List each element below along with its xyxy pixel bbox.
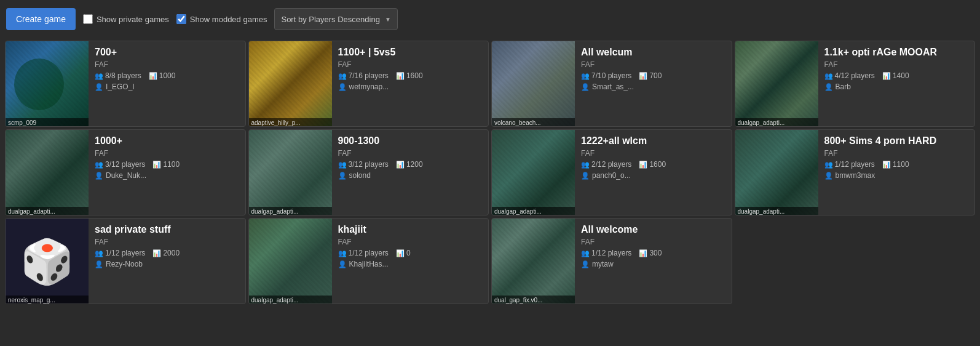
game-host: 👤I_EGO_I — [95, 82, 239, 91]
players-stat: 👥1/12 players — [824, 160, 875, 169]
players-icon: 👥 — [95, 161, 103, 169]
show-private-checkbox[interactable] — [83, 14, 93, 24]
players-icon: 👥 — [338, 161, 347, 169]
rating-stat: 📊300 — [639, 249, 662, 257]
host-icon: 👤 — [581, 260, 590, 268]
game-card[interactable]: dualgap_adapti...1000+FAF👥3/12 players📊1… — [5, 129, 246, 215]
game-info: 1100+ | 5vs5FAF👥7/16 players📊1600👤wetmyn… — [332, 41, 489, 126]
game-card[interactable]: dual_gap_fix.v0...All welcomeFAF👥1/12 pl… — [491, 218, 732, 304]
game-card[interactable]: 🎲neroxis_map_g...sad private stuffFAF👥1/… — [5, 218, 246, 304]
game-thumbnail: dualgap_adapti... — [249, 130, 332, 215]
show-modded-label[interactable]: Show modded games — [176, 14, 267, 24]
game-info: khajiitFAF👥1/12 players📊0👤KhajiitHas... — [332, 219, 489, 304]
game-stats: 👥7/16 players📊1600 — [338, 71, 483, 80]
host-name: KhajiitHas... — [349, 260, 389, 268]
rating-value: 2000 — [163, 249, 180, 257]
game-info: 1.1k+ opti rAGe MOOARFAF👥4/12 players📊14… — [818, 41, 975, 126]
game-host: 👤mytaw — [581, 260, 725, 268]
players-stat: 👥3/12 players — [338, 160, 389, 169]
game-info: sad private stuffFAF👥1/12 players📊2000👤R… — [89, 219, 245, 304]
game-thumbnail: 🎲neroxis_map_g... — [6, 219, 89, 304]
game-card[interactable]: adaptive_hilly_p...1100+ | 5vs5FAF👥7/16 … — [248, 41, 489, 127]
host-name: panch0_o... — [592, 171, 631, 180]
map-label: dual_gap_fix.v0... — [492, 296, 575, 304]
game-thumbnail: dualgap_adapti... — [6, 130, 89, 215]
players-count: 2/12 players — [591, 160, 631, 169]
players-icon: 👥 — [95, 72, 103, 80]
game-card[interactable]: dualgap_adapti...800+ Sims 4 porn HARDFA… — [735, 129, 976, 215]
game-info: All welcumFAF👥7/10 players📊700👤Smart_as_… — [575, 41, 732, 126]
game-card[interactable]: scmp_009700+FAF👥8/8 players📊1000👤I_EGO_I — [5, 41, 246, 127]
games-grid: scmp_009700+FAF👥8/8 players📊1000👤I_EGO_I… — [0, 38, 980, 307]
players-count: 1/12 players — [591, 249, 631, 257]
show-private-text: Show private games — [97, 15, 169, 24]
rating-stat: 📊1000 — [149, 71, 176, 80]
rating-value: 1600 — [406, 71, 423, 80]
game-mod: FAF — [581, 149, 725, 158]
players-count: 3/12 players — [105, 160, 145, 169]
host-name: Rezy-Noob — [106, 260, 143, 268]
map-label: adaptive_hilly_p... — [249, 118, 332, 127]
game-card[interactable]: dualgap_adapti...1.1k+ opti rAGe MOOARFA… — [735, 41, 976, 127]
rating-value: 1100 — [163, 160, 180, 169]
rating-icon: 📊 — [396, 72, 405, 80]
players-icon: 👥 — [581, 72, 590, 80]
show-modded-checkbox[interactable] — [176, 14, 186, 24]
game-mod: FAF — [95, 238, 239, 246]
game-title: 1100+ | 5vs5 — [338, 46, 483, 58]
game-stats: 👥1/12 players📊2000 — [95, 249, 239, 257]
game-mod: FAF — [95, 60, 239, 69]
game-card[interactable]: dualgap_adapti...900-1300FAF👥3/12 player… — [248, 129, 489, 215]
rating-icon: 📊 — [149, 72, 157, 80]
toolbar: Create game Show private games Show modd… — [0, 0, 980, 38]
rating-value: 0 — [406, 249, 411, 257]
game-stats: 👥2/12 players📊1600 — [581, 160, 725, 169]
players-stat: 👥1/12 players — [581, 249, 631, 257]
game-thumbnail: volcano_beach... — [492, 41, 575, 127]
host-name: mytaw — [592, 260, 614, 268]
host-icon: 👤 — [95, 260, 103, 268]
show-private-label[interactable]: Show private games — [83, 14, 169, 24]
game-mod: FAF — [824, 60, 969, 69]
game-title: khajiit — [338, 223, 483, 235]
players-stat: 👥1/12 players — [95, 249, 145, 257]
game-stats: 👥1/12 players📊300 — [581, 249, 725, 257]
game-mod: FAF — [338, 149, 483, 158]
host-icon: 👤 — [338, 172, 347, 180]
sort-dropdown[interactable]: Sort by Players Descending ▼ — [274, 8, 397, 30]
game-title: 900-1300 — [338, 135, 483, 147]
game-card[interactable]: volcano_beach...All welcumFAF👥7/10 playe… — [491, 41, 732, 127]
game-info: 800+ Sims 4 porn HARDFAF👥1/12 players📊11… — [818, 130, 975, 215]
map-label: volcano_beach... — [492, 118, 575, 127]
players-count: 1/12 players — [349, 249, 389, 257]
create-game-button[interactable]: Create game — [6, 8, 76, 30]
game-thumbnail: dualgap_adapti... — [492, 130, 575, 215]
game-title: 700+ — [95, 46, 239, 58]
rating-value: 1400 — [893, 71, 909, 80]
game-host: 👤Smart_as_... — [581, 82, 725, 91]
game-card[interactable]: dualgap_adapti...khajiitFAF👥1/12 players… — [248, 218, 489, 304]
rating-value: 1600 — [649, 160, 666, 169]
game-stats: 👥4/12 players📊1400 — [824, 71, 969, 80]
map-label: scmp_009 — [6, 118, 89, 127]
players-icon: 👥 — [581, 161, 590, 169]
players-count: 3/12 players — [349, 160, 389, 169]
rating-stat: 📊1400 — [882, 71, 909, 80]
rating-value: 1200 — [406, 160, 423, 169]
rating-stat: 📊2000 — [152, 249, 180, 257]
game-stats: 👥1/12 players📊0 — [338, 249, 483, 257]
host-icon: 👤 — [581, 83, 590, 91]
game-mod: FAF — [581, 60, 725, 69]
host-name: wetmynap... — [349, 82, 389, 91]
game-stats: 👥8/8 players📊1000 — [95, 71, 239, 80]
game-title: All welcome — [581, 223, 725, 235]
game-title: 1000+ — [95, 135, 239, 147]
host-icon: 👤 — [338, 260, 347, 268]
map-label: dualgap_adapti... — [735, 207, 818, 215]
game-thumbnail: dual_gap_fix.v0... — [492, 219, 575, 304]
map-label: neroxis_map_g... — [6, 296, 89, 304]
game-info: 1222+all wlcmFAF👥2/12 players📊1600👤panch… — [575, 130, 732, 215]
host-name: Smart_as_... — [592, 82, 634, 91]
map-label: dualgap_adapti... — [735, 118, 818, 127]
game-card[interactable]: dualgap_adapti...1222+all wlcmFAF👥2/12 p… — [491, 129, 732, 215]
